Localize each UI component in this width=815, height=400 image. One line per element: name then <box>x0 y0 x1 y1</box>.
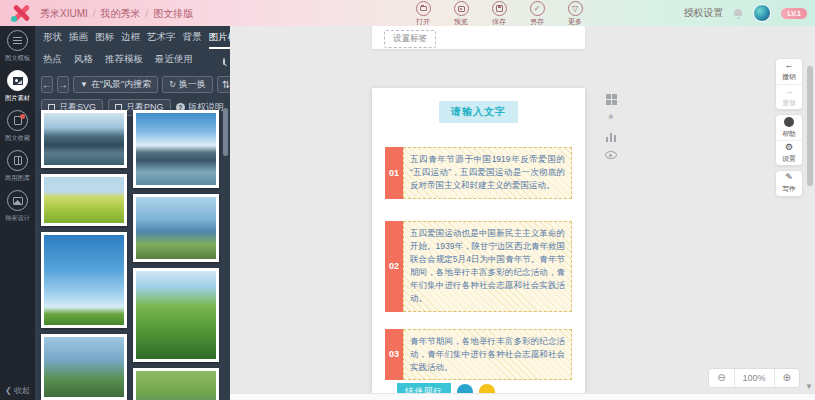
tab-image-styles[interactable]: 图片样式 <box>209 31 231 49</box>
tab-recent[interactable]: 最近使用 <box>155 53 193 69</box>
undo-arrow-icon: ← <box>785 61 794 70</box>
sidebar-item-favorites[interactable]: 图文收藏 <box>0 106 35 146</box>
sort-icon: ⇅ <box>222 79 230 90</box>
search-icon[interactable] <box>223 58 225 65</box>
folder-icon <box>416 1 431 16</box>
bar-chart-icon[interactable] <box>606 133 617 142</box>
bell-icon[interactable] <box>733 9 743 18</box>
article-page[interactable]: 请输入文字 01 五四青年节源于中国1919年反帝爱国的“五四运动”，五四爱国运… <box>372 88 585 393</box>
numbered-section-3[interactable]: 03 青年节期间，各地举行丰富多彩的纪念活动，青年们集中进行各种社会志愿和社会实… <box>385 329 572 381</box>
collapse-panel-button[interactable]: ❮ 收起 <box>5 385 30 396</box>
asset-toolbar: ← → ▼在"风景"内搜索 ↻换一换 ⇅ <box>35 69 230 93</box>
tab-backgrounds[interactable]: 背景 <box>183 31 202 49</box>
breadcrumb-home[interactable]: 秀米XIUMI <box>40 8 88 19</box>
tab-illustrations[interactable]: 插画 <box>69 31 88 49</box>
settings-button[interactable]: ⚙ 设置 <box>776 140 802 165</box>
writing-label: 写作 <box>782 184 796 193</box>
xiumi-logo-icon[interactable] <box>10 3 32 23</box>
wetland-grass-image <box>136 371 216 400</box>
sidebar-item-exclusive-design[interactable]: 独家设计 <box>0 186 35 226</box>
zoom-in-button[interactable]: ⊕ <box>775 369 799 387</box>
photo-thumbnail-mountain-lake-sky[interactable] <box>133 110 219 188</box>
photo-thumbnail-lake-shore[interactable] <box>133 194 219 262</box>
sort-button[interactable]: ⇅ <box>217 76 230 93</box>
open-button[interactable]: 打开 <box>410 1 436 27</box>
save-as-button[interactable]: ✓ 另存 <box>524 1 550 27</box>
rail-label: 商用图库 <box>2 174 34 183</box>
favorite-doc-icon <box>7 110 28 131</box>
lake-shore-image <box>136 197 216 259</box>
level-badge[interactable]: LV.1 <box>781 8 807 19</box>
panel-scrollbar[interactable] <box>223 108 228 156</box>
rail-label: 图片素材 <box>2 94 34 103</box>
breadcrumb-my-xiumi[interactable]: 我的秀米 <box>101 8 141 19</box>
back-button[interactable]: ← <box>41 76 53 93</box>
tab-shapes[interactable]: 形状 <box>43 31 62 49</box>
search-in-category-button[interactable]: ▼在"风景"内搜索 <box>73 76 158 93</box>
logo-dot <box>11 16 17 22</box>
grid-layout-icon[interactable] <box>606 94 617 105</box>
tab-recommended[interactable]: 推荐模板 <box>105 53 143 69</box>
scroll-down-arrow-icon[interactable]: ▼ <box>805 382 813 391</box>
tab-icons[interactable]: 图标 <box>95 31 114 49</box>
breadcrumb-separator: / <box>146 8 149 19</box>
zoom-control: ⊖ 100% ⊕ <box>708 368 800 388</box>
section-text[interactable]: 青年节期间，各地举行丰富多彩的纪念活动，青年们集中进行各种社会志愿和社会实践活动… <box>403 329 572 381</box>
preview-label: 预览 <box>448 17 474 27</box>
section-text[interactable]: 五四青年节源于中国1919年反帝爱国的“五四运动”，五四爱国运动是一次彻底的反对… <box>403 147 572 199</box>
help-icon: ? <box>784 117 794 127</box>
photo-thumbnail-blue-sky-meadow[interactable] <box>41 232 127 328</box>
help-settings-card: ? 帮助 ⚙ 设置 <box>775 114 803 166</box>
auth-settings-link[interactable]: 授权设置 <box>683 6 723 20</box>
photo-thumbnail-yellow-grass-field[interactable] <box>41 174 127 226</box>
yellow-grass-field-image <box>44 177 124 223</box>
photo-thumbnail-green-grass-field[interactable] <box>133 268 219 362</box>
breadcrumb-layout: 图文排版 <box>153 8 193 19</box>
canvas-scrollbar[interactable] <box>807 66 813 186</box>
asterisk-icon[interactable]: * <box>608 114 614 124</box>
sidebar-item-templates[interactable]: 图文模板 <box>0 26 35 66</box>
breadcrumb-separator: / <box>93 8 96 19</box>
help-label: 帮助 <box>782 128 796 137</box>
footer-button[interactable]: 结伴同行 <box>397 383 451 393</box>
user-avatar[interactable] <box>753 4 771 22</box>
photo-thumbnail-wetland-grass[interactable] <box>133 368 219 400</box>
writing-button[interactable]: ✎ 写作 <box>776 171 802 196</box>
tab-art-text[interactable]: 艺术字 <box>147 31 176 49</box>
section-text[interactable]: 五四爱国运动也是中国新民主主义革命的开始。1939年，陕甘宁边区西北青年救国联合… <box>403 221 572 312</box>
more-button[interactable]: ▽ 更多 <box>562 1 588 27</box>
undo-button[interactable]: ← 撤销 <box>776 59 802 84</box>
tab-style[interactable]: 风格 <box>74 53 93 69</box>
section-number: 02 <box>385 221 403 312</box>
redo-button[interactable]: → 重做 <box>776 84 802 109</box>
sidebar-item-image-assets[interactable]: 图片素材 <box>0 66 35 106</box>
photo-thumbnail-grass-shore[interactable] <box>41 334 127 400</box>
document-actions-toolbar: 打开 预览 保存 ✓ 另存 ▽ 更多 <box>410 1 588 27</box>
rail-label: 图文收藏 <box>2 134 34 143</box>
numbered-section-2[interactable]: 02 五四爱国运动也是中国新民主主义革命的开始。1939年，陕甘宁边区西北青年救… <box>385 221 572 312</box>
redo-label: 重做 <box>782 97 796 106</box>
photo-thumbnail-lake-mountains[interactable] <box>41 110 127 168</box>
help-button[interactable]: ? 帮助 <box>776 115 802 140</box>
numbered-section-1[interactable]: 01 五四青年节源于中国1919年反帝爱国的“五四运动”，五四爱国运动是一次彻底… <box>385 147 572 199</box>
sidebar-item-stock-library[interactable]: 商用图库 <box>0 146 35 186</box>
design-icon <box>7 190 28 211</box>
pencil-icon: ✎ <box>785 173 793 182</box>
canvas-bottom-strip <box>230 393 815 400</box>
zoom-out-button[interactable]: ⊖ <box>709 369 733 387</box>
image-icon <box>7 70 28 91</box>
save-button[interactable]: 保存 <box>486 1 512 27</box>
undo-redo-card: ← 撤销 → 重做 <box>775 58 803 110</box>
forward-button[interactable]: → <box>57 76 69 93</box>
photo-grid <box>35 106 221 400</box>
shuffle-button[interactable]: ↻换一换 <box>162 76 213 93</box>
eye-icon[interactable] <box>605 151 617 159</box>
set-tag-button[interactable]: 设置标签 <box>384 30 436 48</box>
yellow-circle-decor <box>479 384 495 393</box>
open-label: 打开 <box>410 17 436 27</box>
tab-hot[interactable]: 热点 <box>43 53 62 69</box>
tab-borders[interactable]: 边框 <box>121 31 140 49</box>
title-placeholder[interactable]: 请输入文字 <box>439 101 518 123</box>
section-number: 01 <box>385 147 403 199</box>
preview-button[interactable]: 预览 <box>448 1 474 27</box>
